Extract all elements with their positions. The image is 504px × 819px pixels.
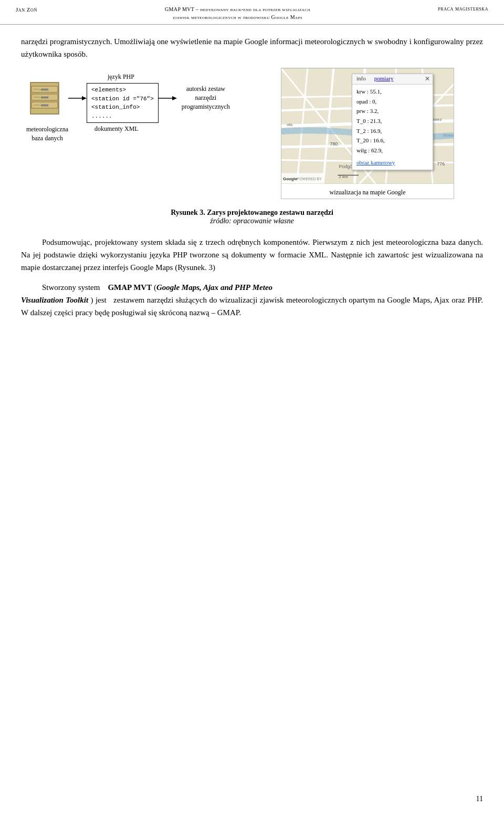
svg-marker-11 — [82, 96, 87, 100]
xml-doc-label: dokumenty XML — [89, 125, 144, 133]
p2-close: ) jest — [91, 296, 111, 304]
body-paragraph-2: Stworzony system GMAP MVT (Google Maps, … — [21, 281, 483, 319]
header-title: GMAP MVT – dedykowany back-end dla potrz… — [37, 5, 438, 21]
svg-text:780: 780 — [330, 141, 338, 147]
diagram-area: język PHP <elements> <station id ="76"> … — [21, 68, 483, 199]
flow-row: język PHP <elements> <station id ="76"> … — [21, 73, 235, 123]
figure-caption: Rysunek 3. Zarys projektowanego zestawu … — [21, 209, 483, 225]
document-type: praca magisterska — [438, 5, 488, 12]
p2-php-italic: PHP — [235, 283, 250, 292]
tools-label: autorski zestaw narzędzi programistyczny… — [177, 85, 235, 111]
body-paragraph-1: Podsumowując, projektowany system składa… — [21, 236, 483, 274]
arrow-xml-to-tools — [159, 94, 177, 102]
map-section: info pomiary ✕ krw : 55.1, opad : 0, prw… — [252, 68, 483, 199]
p2-and-italic: and — [220, 283, 235, 292]
popup-close-button[interactable]: ✕ — [422, 74, 433, 84]
p2-google-italic: Google Maps, Ajax — [156, 283, 218, 292]
tab-info[interactable]: info — [352, 74, 370, 84]
p2-vis-italic: Visualization Toolkit — [21, 296, 88, 304]
diagram-labels: meteorologiczna baza danych dokumenty XM… — [21, 125, 247, 143]
svg-text:Google: Google — [283, 177, 298, 181]
flow-diagram: język PHP <elements> <station id ="76"> … — [21, 68, 247, 143]
p2-gmap-bold: GMAP MVT — [108, 283, 152, 292]
svg-text:ofa: ofa — [287, 122, 293, 127]
svg-marker-13 — [172, 96, 177, 100]
arrow-db-to-php — [68, 94, 87, 102]
intro-paragraph: narzędzi programistycznych. Umożliwiają … — [21, 35, 483, 60]
figure-number-title: Rysunek 3. Zarys projektowanego zestawu … — [21, 209, 483, 217]
popup-tabs: info pomiary ✕ — [352, 74, 433, 85]
author-name: Jan Zoń — [16, 5, 37, 14]
database-icon — [26, 80, 63, 117]
page-content: narzędzi programistycznych. Umożliwiają … — [0, 25, 504, 347]
db-component — [21, 80, 68, 117]
svg-rect-5 — [41, 97, 48, 98]
tab-pomiary[interactable]: pomiary — [370, 74, 398, 84]
info-popup: info pomiary ✕ krw : 55.1, opad : 0, prw… — [352, 74, 433, 170]
php-xml-group: język PHP <elements> <station id ="76"> … — [87, 73, 159, 123]
map-container: info pomiary ✕ krw : 55.1, opad : 0, prw… — [281, 68, 454, 199]
p2-meteo-italic: Meteo — [253, 283, 272, 292]
map-viz-caption: wizualizacja na mapie Google — [281, 186, 454, 199]
svg-rect-6 — [41, 105, 48, 106]
camera-link[interactable]: obraz kamerowy — [356, 158, 428, 168]
svg-rect-4 — [41, 89, 48, 90]
db-label: meteorologiczna baza danych — [24, 125, 71, 143]
page-number: 11 — [476, 795, 483, 803]
svg-text:776: 776 — [437, 161, 445, 167]
p2-start: Stworzony system — [42, 283, 106, 292]
popup-data: krw : 55.1, opad : 0, prw : 3.2, T_0 : 2… — [352, 85, 433, 170]
svg-text:POWERED BY: POWERED BY — [297, 177, 322, 181]
php-label: język PHP — [108, 73, 134, 81]
figure-source: źródło: opracowanie własne — [21, 217, 483, 225]
xml-box: <elements> <station id ="76"> <station_i… — [87, 83, 159, 123]
page-header: Jan Zoń GMAP MVT – dedykowany back-end d… — [0, 0, 504, 25]
